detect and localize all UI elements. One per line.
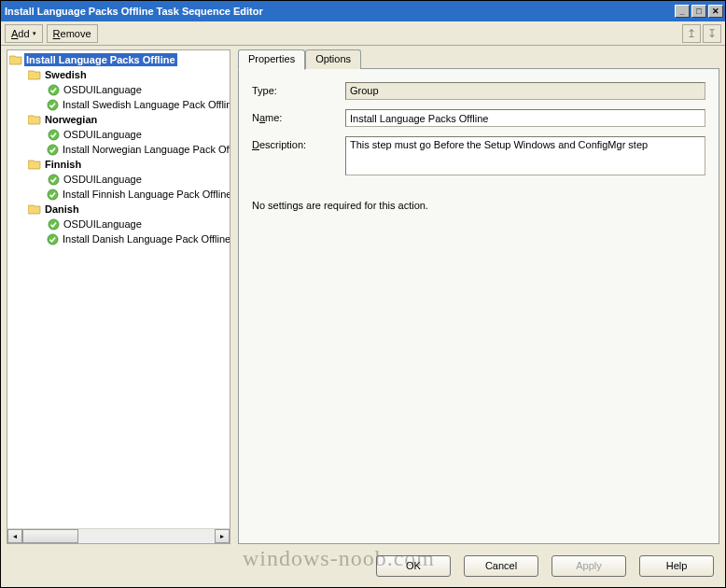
tree-group[interactable]: Finnish — [7, 157, 230, 172]
tree-item-label: Install Swedish Language Pack Offline — [61, 98, 230, 111]
dialog-button-bar: OK Cancel Apply Help — [1, 548, 725, 587]
tree-item-label: Install Finnish Language Pack Offline — [61, 188, 230, 201]
folder-icon — [28, 159, 41, 170]
scroll-thumb[interactable] — [22, 529, 78, 543]
info-text: No settings are required for this action… — [252, 200, 705, 211]
window-title: Install Language Packs Offline Task Sequ… — [5, 6, 675, 17]
check-icon — [47, 188, 59, 201]
tree-group-label: Swedish — [43, 68, 89, 81]
maximize-button[interactable]: □ — [691, 5, 706, 18]
content-area: Install Language Packs Offline Swedish O… — [1, 46, 725, 548]
tree-item[interactable]: Install Danish Language Pack Offline — [7, 231, 230, 246]
task-sequence-tree[interactable]: Install Language Packs Offline Swedish O… — [7, 50, 230, 528]
tab-options[interactable]: Options — [305, 49, 361, 69]
tree-group-label: Norwegian — [43, 113, 99, 126]
tree-item[interactable]: Install Swedish Language Pack Offline — [7, 97, 230, 112]
tree-group-label: Finnish — [43, 158, 83, 171]
check-icon — [47, 128, 60, 141]
remove-label-rest: emove — [61, 28, 91, 39]
tree-group[interactable]: Danish — [7, 202, 230, 217]
properties-panel: Properties Options Type: Group Name: — [238, 49, 719, 544]
chevron-down-icon: ▾ — [33, 30, 36, 37]
task-sequence-editor-window: Install Language Packs Offline Task Sequ… — [0, 0, 726, 588]
horizontal-scrollbar[interactable]: ◂ ▸ — [7, 528, 230, 543]
type-label: Type: — [252, 82, 336, 96]
ok-button[interactable]: OK — [376, 555, 451, 577]
check-icon — [47, 83, 60, 96]
add-label-rest: dd — [18, 28, 29, 39]
toolbar: Add ▾ Remove ↥ ↧ — [1, 21, 725, 46]
tree-item[interactable]: Install Norwegian Language Pack Offline — [7, 142, 230, 157]
add-menu-button[interactable]: Add ▾ — [5, 24, 43, 43]
check-icon — [47, 143, 59, 156]
check-icon — [47, 232, 59, 245]
tree-item-label: Install Danish Language Pack Offline — [61, 232, 230, 245]
titlebar: Install Language Packs Offline Task Sequ… — [1, 1, 725, 21]
scroll-right-button[interactable]: ▸ — [215, 529, 230, 543]
tab-strip: Properties Options — [238, 49, 719, 69]
tree-item[interactable]: OSDUILanguage — [7, 217, 230, 231]
move-down-icon[interactable]: ↧ — [703, 24, 721, 43]
tab-page-properties: Type: Group Name: Description: — [238, 68, 719, 544]
name-input[interactable] — [345, 109, 705, 127]
minimize-button[interactable]: _ — [675, 5, 690, 18]
apply-button[interactable]: Apply — [551, 555, 626, 577]
help-button[interactable]: Help — [639, 555, 714, 577]
check-icon — [47, 98, 59, 111]
name-label: Name: — [252, 109, 336, 123]
move-up-icon[interactable]: ↥ — [682, 24, 701, 43]
tree-item[interactable]: Install Finnish Language Pack Offline — [7, 187, 230, 202]
folder-icon — [28, 203, 41, 215]
tree-group-label: Danish — [43, 203, 81, 216]
folder-icon — [28, 114, 41, 125]
cancel-button[interactable]: Cancel — [464, 555, 538, 577]
close-button[interactable]: ✕ — [708, 5, 723, 18]
tree-item[interactable]: OSDUILanguage — [7, 82, 230, 97]
tree-group[interactable]: Swedish — [7, 67, 230, 82]
check-icon — [47, 217, 60, 231]
tree-item-label: OSDUILanguage — [62, 128, 144, 141]
tree-root-label: Install Language Packs Offline — [24, 53, 177, 66]
description-input[interactable] — [345, 136, 705, 175]
tree-item-label: OSDUILanguage — [62, 217, 144, 231]
tree-root[interactable]: Install Language Packs Offline — [7, 52, 230, 67]
tree-item[interactable]: OSDUILanguage — [7, 172, 230, 187]
description-label: Description: — [252, 136, 336, 150]
tree-panel: Install Language Packs Offline Swedish O… — [7, 49, 230, 544]
tree-item-label: OSDUILanguage — [62, 173, 144, 186]
tab-properties[interactable]: Properties — [238, 49, 305, 70]
tree-group[interactable]: Norwegian — [7, 112, 230, 127]
scroll-track[interactable] — [78, 529, 215, 543]
folder-icon — [9, 54, 22, 65]
tree-item[interactable]: OSDUILanguage — [7, 127, 230, 142]
tree-item-label: OSDUILanguage — [62, 83, 144, 96]
type-value: Group — [345, 82, 705, 100]
scroll-left-button[interactable]: ◂ — [7, 529, 22, 543]
remove-label-u: R — [53, 28, 61, 39]
remove-button[interactable]: Remove — [47, 24, 98, 43]
folder-icon — [28, 69, 41, 80]
check-icon — [47, 173, 60, 186]
tree-item-label: Install Norwegian Language Pack Offline — [61, 143, 230, 156]
